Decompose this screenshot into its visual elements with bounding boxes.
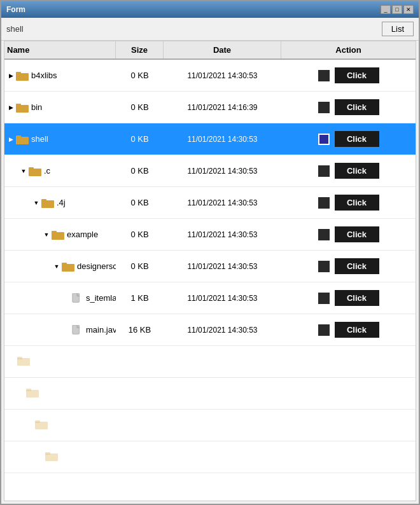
checkbox[interactable]	[318, 261, 330, 272]
expand-icon[interactable]	[43, 231, 50, 239]
row-size: 16 KB	[116, 324, 164, 336]
svg-rect-5	[16, 135, 21, 138]
row-size: 0 KB	[116, 228, 164, 240]
file-tree: Name Size Date Action b4xlibs 0 KB 11/01…	[4, 41, 416, 501]
row-size: 1 KB	[116, 292, 164, 304]
folder-icon	[52, 230, 64, 240]
checkbox[interactable]	[318, 134, 330, 145]
table-row[interactable]: .4j 0 KB 11/01/2021 14:30:53 Click	[4, 187, 416, 219]
table-row[interactable]: main.java 16 KB 11/01/2021 14:30:53 Clic…	[4, 314, 416, 346]
svg-rect-23	[45, 452, 50, 455]
table-row[interactable]: designersc... 0 KB 11/01/2021 14:30:53 C…	[4, 251, 416, 282]
ghost-folder-icon	[45, 451, 58, 463]
item-name: example	[67, 230, 98, 239]
click-button[interactable]: Click	[335, 131, 379, 147]
table-row[interactable]: .c 0 KB 11/01/2021 14:30:53 Click	[4, 155, 416, 187]
row-date: 11/01/2021 14:30:53	[164, 165, 281, 177]
row-name-b4xlibs: b4xlibs	[4, 69, 116, 82]
expand-icon[interactable]	[7, 104, 15, 111]
folder-icon	[16, 71, 29, 81]
header-date: Date	[164, 41, 281, 59]
table-row[interactable]: example 0 KB 11/01/2021 14:30:53 Click	[4, 219, 416, 251]
file-icon	[71, 293, 83, 303]
row-action: Click	[281, 130, 416, 148]
row-size: 0 KB	[116, 133, 164, 145]
main-window: Form _ □ ✕ shell List Name Size Date Act…	[0, 0, 420, 505]
item-name: designersc...	[77, 261, 116, 271]
checkbox[interactable]	[318, 197, 330, 209]
checkbox[interactable]	[318, 293, 330, 304]
expand-icon[interactable]	[20, 167, 27, 175]
click-button[interactable]: Click	[335, 163, 379, 179]
row-date: 11/01/2021 14:30:53	[164, 134, 281, 145]
svg-rect-7	[29, 167, 34, 170]
checkbox[interactable]	[318, 165, 330, 177]
row-size: 0 KB	[116, 69, 164, 81]
folder-icon	[16, 134, 29, 144]
click-button[interactable]: Click	[335, 290, 379, 306]
svg-rect-13	[62, 263, 67, 265]
ghost-row-3	[4, 410, 416, 441]
checkbox[interactable]	[318, 70, 330, 81]
row-name-example: example	[4, 228, 116, 241]
expand-icon[interactable]	[53, 263, 60, 270]
toolbar: shell List	[1, 18, 419, 41]
window-title: Form	[6, 5, 25, 14]
row-name-shell: shell	[4, 133, 116, 146]
maximize-button[interactable]: □	[392, 5, 402, 14]
row-size: 0 KB	[116, 101, 164, 113]
click-button[interactable]: Click	[335, 322, 379, 338]
click-button[interactable]: Click	[335, 226, 379, 242]
svg-rect-19	[26, 389, 31, 391]
checkbox[interactable]	[318, 102, 330, 113]
shell-label: shell	[6, 24, 24, 34]
row-date: 11/01/2021 14:30:53	[164, 324, 281, 336]
ghost-folder-icon	[35, 419, 48, 431]
click-button[interactable]: Click	[335, 67, 379, 83]
row-action: Click	[281, 162, 416, 180]
row-name-main-java: main.java	[4, 324, 116, 336]
row-action: Click	[281, 321, 416, 339]
list-button[interactable]: List	[382, 22, 414, 36]
row-name-s-itemlay: s_itemlay...	[4, 292, 116, 305]
ghost-row-1	[4, 346, 416, 378]
header-size: Size	[116, 41, 164, 59]
row-action: Click	[281, 98, 416, 116]
click-button[interactable]: Click	[335, 258, 379, 274]
row-name-bin: bin	[4, 101, 116, 114]
expand-icon[interactable]	[7, 135, 15, 143]
minimize-button[interactable]: _	[381, 5, 391, 14]
table-row[interactable]: bin 0 KB 11/01/2021 14:16:39 Click	[4, 92, 416, 123]
close-button[interactable]: ✕	[403, 5, 414, 14]
row-date: 11/01/2021 14:30:53	[164, 197, 281, 209]
checkbox[interactable]	[318, 229, 330, 240]
item-name: s_itemlay...	[86, 293, 116, 303]
table-row[interactable]: shell 0 KB 11/01/2021 14:30:53 Click	[4, 123, 416, 155]
row-name-designersc: designersc...	[4, 260, 116, 273]
ghost-row-4	[4, 441, 416, 473]
expand-icon[interactable]	[32, 199, 40, 207]
row-date: 11/01/2021 14:30:53	[164, 293, 281, 304]
row-date: 11/01/2021 14:16:39	[164, 102, 281, 113]
folder-icon	[62, 261, 74, 272]
checkbox[interactable]	[318, 324, 330, 336]
table-row[interactable]: s_itemlay... 1 KB 11/01/2021 14:30:53 Cl…	[4, 282, 416, 314]
table-row[interactable]: b4xlibs 0 KB 11/01/2021 14:30:53 Click	[4, 60, 416, 92]
title-bar: Form _ □ ✕	[1, 1, 419, 18]
row-action: Click	[281, 289, 416, 307]
folder-icon	[29, 166, 41, 176]
row-date: 11/01/2021 14:30:53	[164, 261, 281, 272]
expand-icon[interactable]	[7, 72, 15, 80]
window-controls: _ □ ✕	[381, 5, 414, 14]
click-button[interactable]: Click	[335, 195, 379, 211]
row-name-4j: .4j	[4, 197, 116, 209]
folder-icon	[16, 102, 29, 113]
item-name: main.java	[86, 325, 116, 335]
table-header: Name Size Date Action	[4, 41, 416, 60]
item-name: .c	[44, 166, 50, 176]
svg-rect-21	[35, 420, 40, 423]
row-action: Click	[281, 225, 416, 244]
click-button[interactable]: Click	[335, 99, 379, 115]
svg-rect-3	[16, 104, 21, 106]
svg-rect-9	[41, 199, 46, 202]
